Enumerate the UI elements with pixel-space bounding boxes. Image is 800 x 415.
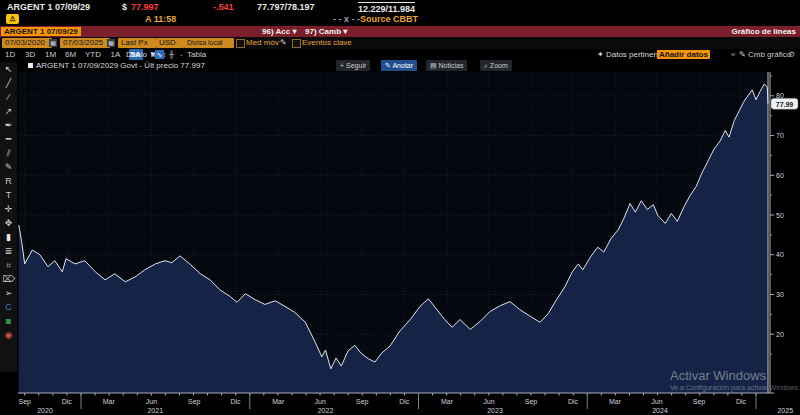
horizontal-line-icon[interactable]: ━	[0, 132, 17, 146]
gear-icon[interactable]: ⚙	[786, 49, 797, 60]
market-status: - - x - -	[333, 14, 360, 24]
mov-avg-label: Med móv	[246, 38, 279, 48]
y-tick-label: 30	[776, 291, 784, 298]
mov-avg-edit-icon[interactable]: ✎	[280, 38, 287, 48]
activate-windows-watermark: Activar Windows	[670, 368, 766, 383]
zoom-button[interactable]: ⌕ Zoom	[480, 60, 512, 71]
year-label: 2024	[652, 407, 668, 414]
y-tick-label: 20	[776, 331, 784, 338]
session-time: A 11:58	[145, 14, 176, 24]
price-source-select[interactable]: Last Px	[118, 38, 156, 48]
x-tick-label: Mar	[441, 398, 454, 405]
x-tick-label: Dic	[62, 398, 73, 405]
last-price-tag-value: 77.99	[776, 101, 794, 108]
currency-symbol: $	[122, 2, 127, 12]
y-tick-label: 40	[776, 251, 784, 258]
text-tool-icon[interactable]: T	[0, 188, 17, 202]
year-label: 2022	[318, 407, 334, 414]
segment-icon[interactable]: ∕	[0, 90, 17, 104]
eraser-icon[interactable]: ⌦	[0, 272, 17, 286]
y-tick-label: 70	[776, 132, 784, 139]
channel-icon[interactable]: ⫽	[0, 146, 17, 160]
pencil-icon[interactable]: ✎	[0, 160, 17, 174]
cursor-icon[interactable]: ↖	[0, 62, 17, 76]
x-tick-label: Sep	[188, 398, 201, 406]
currency-select[interactable]: USD	[156, 38, 184, 48]
end-date-input[interactable]: 07/03/2025	[60, 38, 110, 48]
key-events-checkbox[interactable]	[292, 39, 301, 48]
start-date-input[interactable]: 07/03/2020	[2, 38, 52, 48]
range-tab-1a[interactable]: 1A	[109, 49, 123, 60]
candlestick-icon[interactable]: ╫	[167, 50, 176, 59]
y-tick-label: 50	[776, 212, 784, 219]
alert-warning-icon[interactable]: ⚠	[6, 14, 19, 24]
follow-button[interactable]: + Seguir	[336, 60, 370, 71]
series-swatch	[28, 63, 33, 68]
year-label: 2023	[487, 407, 503, 414]
clip-icon[interactable]: C	[0, 300, 17, 314]
security-title: ARGENT 1 07/09/29	[7, 2, 90, 12]
drawing-toolbar: ↖╱∕↗✒━⫽✎RT✛✥▮≣⌗⌦➢C◙◉	[0, 62, 17, 372]
year-label: 2020	[37, 407, 53, 414]
currency-mode-select[interactable]: Divisa local	[184, 38, 234, 48]
ruler-icon[interactable]: ⌗	[0, 258, 17, 272]
move-icon[interactable]: ✥	[0, 216, 17, 230]
bloomberg-terminal-window: ARGENT 1 07/09/29 $ 77.997 -.541 77.797/…	[0, 0, 800, 415]
note-icon[interactable]: ▮	[0, 230, 17, 244]
trendline-icon[interactable]: ╱	[0, 76, 17, 90]
x-tick-label: Sep	[693, 398, 706, 406]
annotate-button[interactable]: ✎ Anotar	[381, 60, 417, 71]
record-icon[interactable]: ◉	[0, 328, 17, 342]
palette-icon[interactable]: ◙	[0, 314, 17, 328]
pen-icon[interactable]: ✒	[0, 118, 17, 132]
y-tick-label: 60	[776, 172, 784, 179]
line-chart-type-icon[interactable]: ∿	[155, 50, 164, 59]
x-tick-label: Jun	[483, 398, 494, 405]
x-tick-label: Sep	[525, 398, 538, 406]
range-tab-ytd[interactable]: YTD	[83, 49, 103, 60]
regression-icon[interactable]: R	[0, 174, 17, 188]
x-tick-label: Dic	[230, 398, 241, 405]
news-button[interactable]: ▤ Noticias	[426, 60, 467, 71]
calendar-icon[interactable]: ▦	[107, 39, 115, 47]
activate-windows-subtext: Ve a Configuración para activar Windows.	[670, 384, 800, 391]
x-tick-label: Mar	[609, 398, 622, 405]
bid-ask: 77.797/78.197	[257, 2, 315, 12]
calendar-icon[interactable]: ▦	[49, 39, 57, 47]
year-label: 2021	[147, 407, 163, 414]
export-menu[interactable]: 97) Camb ▾	[305, 27, 347, 36]
x-tick-label: Sep	[356, 398, 369, 406]
price-change: -.541	[213, 2, 234, 12]
price-chart[interactable]: 20304050607080SepDicMarJunSepDicMarJunSe…	[18, 72, 800, 415]
x-tick-label: Dic	[568, 398, 579, 405]
chart-settings-bar: 07/03/2020 ▦ 07/03/2025 ▦ Last Px USD Di…	[0, 37, 800, 49]
frequency-select[interactable]: Diario ▼	[124, 49, 159, 60]
range-tab-1m[interactable]: 1M	[43, 49, 58, 60]
x-tick-label: Jun	[146, 398, 157, 405]
chart-region: ↖╱∕↗✒━⫽✎RT✛✥▮≣⌗⌦➢C◙◉ ARGENT 1 07/09/2029…	[0, 60, 800, 415]
series-legend-label: ARGENT 1 07/09/2029 Govt - Últ precio 77…	[36, 61, 205, 70]
crosshair-icon[interactable]: ✛	[0, 202, 17, 216]
arrow-tool-icon[interactable]: ↗	[0, 104, 17, 118]
range-tab-6m[interactable]: 6M	[63, 49, 78, 60]
price-source: Source CBBT	[360, 14, 418, 24]
x-tick-label: Dic	[736, 398, 747, 405]
command-bar: ARGENT 1 07/09/29 96) Acc ▾ 97) Camb ▾ G…	[0, 26, 800, 37]
actions-menu[interactable]: 96) Acc ▾	[262, 27, 296, 36]
mov-avg-checkbox[interactable]	[236, 39, 245, 48]
yield-bid-ask: 12.229/11.984	[358, 2, 415, 14]
related-data-button[interactable]: ✦ Datos pertinent	[595, 49, 662, 60]
series-legend: ARGENT 1 07/09/2029 Govt - Últ precio 77…	[28, 60, 205, 72]
range-tab-1d[interactable]: 1D	[3, 49, 17, 60]
table-button[interactable]: Tabla	[185, 49, 208, 60]
x-tick-label: Dic	[399, 398, 410, 405]
add-data-select[interactable]: Añadir datos	[657, 50, 710, 59]
list-icon[interactable]: ≣	[0, 244, 17, 258]
security-field[interactable]: ARGENT 1 07/09/29	[1, 27, 81, 36]
range-tab-3d[interactable]: 3D	[23, 49, 37, 60]
x-tick-label: Mar	[272, 398, 285, 405]
x-tick-label: Sep	[19, 398, 32, 406]
x-tick-label: Jun	[315, 398, 326, 405]
period-bar: 1D3D1M6MYTD1A5AMáx Diario ▼ ∿ ╫ - Tabla …	[0, 49, 800, 60]
pointer-icon[interactable]: ➢	[0, 286, 17, 300]
